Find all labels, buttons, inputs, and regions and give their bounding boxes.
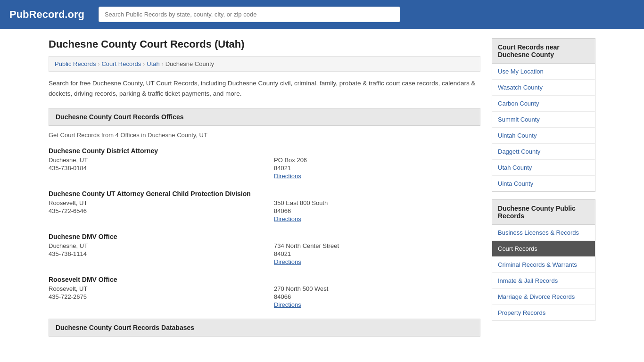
office-city: Duchesne, UT — [49, 242, 255, 249]
breadcrumb-utah[interactable]: Utah — [147, 60, 159, 67]
office-city: Duchesne, UT — [49, 156, 255, 164]
office-name: Roosevelt DMV Office — [49, 276, 480, 283]
office-zip: 84021 — [274, 250, 480, 257]
office-entry: Duchesne DMV Office Duchesne, UT 435-738… — [49, 233, 480, 265]
office-address: 270 North 500 West — [274, 285, 480, 292]
nearby-list: Use My LocationWasatch CountyCarbon Coun… — [492, 64, 595, 192]
directions-link[interactable]: Directions — [274, 173, 301, 180]
sidebar-item-use-location[interactable]: Use My Location — [492, 64, 595, 80]
office-left: Roosevelt, UT 435-722-6546 — [49, 198, 255, 222]
sidebar-item-nearby-county[interactable]: Wasatch County — [492, 80, 595, 96]
breadcrumb: Public Records › Court Records › Utah › … — [49, 56, 480, 72]
directions-link[interactable]: Directions — [274, 258, 301, 265]
office-address: 734 North Center Street — [274, 242, 480, 249]
office-name: Duchesne County District Attorney — [49, 147, 480, 155]
office-phone: 435-722-2675 — [49, 293, 255, 300]
offices-list: Duchesne County District Attorney Duches… — [49, 147, 480, 308]
sidebar-item-public-record[interactable]: Inmate & Jail Records — [492, 273, 595, 289]
office-phone: 435-738-1114 — [49, 250, 255, 257]
databases-section-header: Duchesne County Court Records Databases — [49, 319, 480, 337]
sidebar-item-nearby-county[interactable]: Uinta County — [492, 176, 595, 191]
breadcrumb-sep-1: › — [98, 61, 99, 67]
office-left: Duchesne, UT 435-738-1114 — [49, 241, 255, 265]
breadcrumb-public-records[interactable]: Public Records — [55, 60, 96, 67]
office-phone: 435-722-6546 — [49, 207, 255, 214]
office-address: 350 East 800 South — [274, 199, 480, 206]
directions-link[interactable]: Directions — [274, 301, 301, 308]
sidebar-item-public-record[interactable]: Marriage & Divorce Records — [492, 289, 595, 305]
office-right: 270 North 500 West 84066 Directions — [274, 284, 480, 308]
office-details: Roosevelt, UT 435-722-6546 350 East 800 … — [49, 198, 480, 222]
office-details: Roosevelt, UT 435-722-2675 270 North 500… — [49, 284, 480, 308]
office-name: Duchesne County UT Attorney General Chil… — [49, 190, 480, 197]
office-zip: 84066 — [274, 207, 480, 214]
sidebar-item-nearby-county[interactable]: Daggett County — [492, 144, 595, 160]
office-details: Duchesne, UT 435-738-1114 734 North Cent… — [49, 241, 480, 265]
content-area: Duchesne County Court Records (Utah) Pub… — [49, 38, 480, 342]
office-right: 350 East 800 South 84066 Directions — [274, 198, 480, 222]
office-left: Roosevelt, UT 435-722-2675 — [49, 284, 255, 308]
office-entry: Roosevelt DMV Office Roosevelt, UT 435-7… — [49, 276, 480, 308]
office-city: Roosevelt, UT — [49, 285, 255, 292]
sidebar-item-public-record[interactable]: Business Licenses & Records — [492, 225, 595, 241]
breadcrumb-sep-3: › — [162, 61, 164, 67]
office-address: PO Box 206 — [274, 156, 480, 164]
breadcrumb-current: Duchesne County — [165, 60, 214, 67]
office-phone: 435-738-0184 — [49, 165, 255, 172]
offices-section-header: Duchesne County Court Records Offices — [49, 108, 480, 126]
office-left: Duchesne, UT 435-738-0184 — [49, 156, 255, 180]
sidebar-item-nearby-county[interactable]: Utah County — [492, 160, 595, 176]
sidebar-item-nearby-county[interactable]: Summit County — [492, 112, 595, 128]
main-container: Duchesne County Court Records (Utah) Pub… — [39, 29, 605, 352]
page-title: Duchesne County Court Records (Utah) — [49, 38, 480, 50]
site-logo[interactable]: PubRecord.org — [9, 8, 84, 21]
office-name: Duchesne DMV Office — [49, 233, 480, 240]
office-entry: Duchesne County UT Attorney General Chil… — [49, 190, 480, 222]
header: PubRecord.org — [0, 0, 644, 29]
offices-subtext: Get Court Records from 4 Offices in Duch… — [49, 132, 480, 139]
directions-link[interactable]: Directions — [274, 215, 301, 222]
office-entry: Duchesne County District Attorney Duches… — [49, 147, 480, 180]
sidebar-item-public-record[interactable]: Criminal Records & Warrants — [492, 257, 595, 273]
sidebar-item-nearby-county[interactable]: Carbon County — [492, 96, 595, 112]
public-records-list: Business Licenses & RecordsCourt Records… — [492, 225, 595, 321]
office-right: 734 North Center Street 84021 Directions — [274, 241, 480, 265]
sidebar-item-public-record[interactable]: Court Records — [492, 241, 595, 257]
public-records-section-header: Duchesne County Public Records — [492, 199, 595, 225]
office-details: Duchesne, UT 435-738-0184 PO Box 206 840… — [49, 156, 480, 180]
office-right: PO Box 206 84021 Directions — [274, 156, 480, 180]
office-zip: 84021 — [274, 165, 480, 172]
sidebar: Court Records near Duchesne County Use M… — [492, 38, 595, 342]
nearby-section-header: Court Records near Duchesne County — [492, 38, 595, 64]
sidebar-item-public-record[interactable]: Property Records — [492, 305, 595, 321]
page-description: Search for free Duchesne County, UT Cour… — [49, 78, 480, 99]
breadcrumb-sep-2: › — [143, 61, 145, 67]
office-zip: 84066 — [274, 293, 480, 300]
office-city: Roosevelt, UT — [49, 199, 255, 206]
sidebar-item-nearby-county[interactable]: Uintah County — [492, 128, 595, 144]
breadcrumb-court-records[interactable]: Court Records — [101, 60, 141, 67]
search-input[interactable] — [99, 7, 400, 22]
